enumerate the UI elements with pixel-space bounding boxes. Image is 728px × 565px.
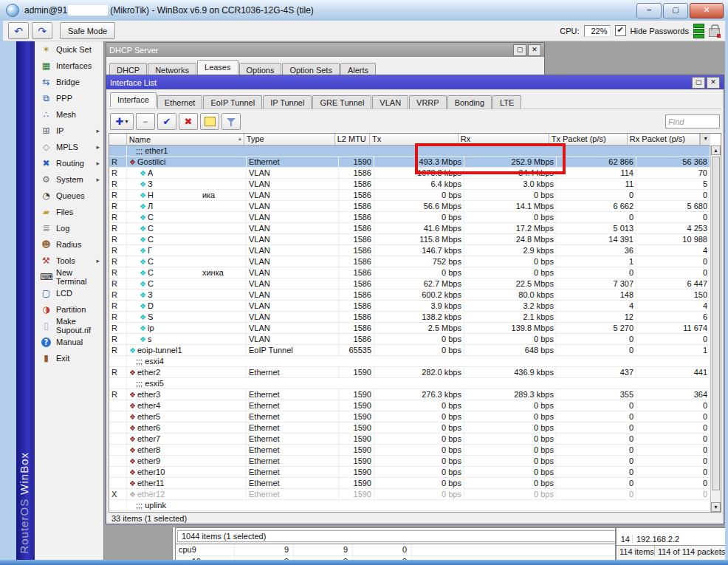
sidebar-item-ip[interactable]: ⊞IP▸: [35, 123, 103, 139]
column-selector-button[interactable]: ▼: [700, 134, 710, 145]
comment-row[interactable]: ;;; esxi4: [109, 356, 710, 367]
safe-mode-button[interactable]: Safe Mode: [60, 22, 115, 39]
table-row[interactable]: R❖GostiliciEthernet1590493.3 Mbps252.9 M…: [109, 157, 710, 168]
table-row[interactable]: R❖НикаVLAN15860 bps0 bps00: [109, 190, 710, 201]
sidebar-item-partition[interactable]: ◑Partition: [35, 301, 103, 318]
sidebar-item-mpls[interactable]: ◇MPLS▸: [35, 139, 103, 155]
tab-ip-tunnel[interactable]: IP Tunnel: [263, 95, 312, 109]
tab-ethernet[interactable]: Ethernet: [157, 95, 203, 109]
dhcp-server-window[interactable]: DHCP Server ▢ ✕ DHCPNetworksLeasesOption…: [106, 42, 545, 79]
sidebar-item-interfaces[interactable]: ▦Interfaces: [35, 58, 103, 74]
column-header-l2-mtu[interactable]: L2 MTU: [335, 134, 370, 145]
remove-button[interactable]: [136, 113, 155, 130]
tab-vrrp[interactable]: VRRP: [409, 95, 447, 109]
table-row[interactable]: ❖ether6Ethernet15900 bps0 bps00: [109, 422, 710, 434]
dhcp-tab-leases[interactable]: Leases: [197, 60, 238, 75]
column-header-tx[interactable]: Tx: [370, 134, 459, 145]
table-row[interactable]: X❖ether12Ethernet15900 bps0 bps00: [109, 489, 710, 500]
comment-row[interactable]: ;;; uplink: [109, 500, 710, 511]
table-row[interactable]: R❖СхинкаVLAN15860 bps0 bps00: [109, 267, 710, 278]
table-row[interactable]: ❖ether4Ethernet15900 bps0 bps00: [109, 400, 710, 411]
table-row[interactable]: R❖ipVLAN15862.5 Mbps139.8 Mbps5 27011 67…: [109, 323, 710, 334]
table-row[interactable]: R❖СVLAN158662.7 Mbps22.5 Mbps7 3076 447: [109, 278, 710, 290]
sidebar-item-system[interactable]: ⚙System▸: [35, 171, 103, 188]
tab-eoip-tunnel[interactable]: EoIP Tunnel: [203, 95, 262, 109]
comment-button[interactable]: [200, 113, 219, 130]
table-row[interactable]: R❖DVLAN15863.9 kbps3.2 kbps44: [109, 301, 710, 312]
scroll-up-icon[interactable]: ▲: [711, 145, 721, 155]
table-row[interactable]: R❖ЗVLAN1586600.2 kbps80.0 kbps148150: [109, 290, 710, 301]
close-button[interactable]: [690, 3, 724, 18]
scroll-down-icon[interactable]: ▼: [711, 502, 721, 512]
redo-button[interactable]: [32, 22, 52, 39]
hide-passwords-checkbox[interactable]: [615, 25, 626, 36]
sidebar-item-mesh[interactable]: ∴Mesh: [35, 106, 103, 123]
titlebar[interactable]: admin@91(MikroTik) - WinBox v6.9 on CCR1…: [0, 0, 728, 21]
tab-vlan[interactable]: VLAN: [372, 95, 408, 109]
sidebar-item-quick-set[interactable]: ✶Quick Set: [35, 41, 103, 58]
table-row[interactable]: ❖ether11Ethernet15900 bps0 bps00: [109, 478, 710, 489]
interface-list-window[interactable]: Interface List ▢ ✕ InterfaceEthernetEoIP…: [106, 75, 724, 524]
sidebar-item-queues[interactable]: ◔Queues: [35, 188, 103, 204]
disable-button[interactable]: [179, 113, 198, 130]
table-row[interactable]: R❖ГVLAN1586146.7 kbps2.9 kbps364: [109, 245, 710, 256]
sidebar-item-exit[interactable]: ▮Exit: [35, 350, 103, 366]
table-row[interactable]: R❖SVLAN1586138.2 kbps2.1 kbps126: [109, 312, 710, 323]
sidebar-item-radius[interactable]: ☻Radius: [35, 236, 103, 253]
table-row[interactable]: R❖eoip-tunnel1EoIP Tunnel655350 bps648 b…: [109, 345, 710, 356]
table-row[interactable]: R❖СVLAN1586115.8 Mbps24.8 Mbps14 39110 9…: [109, 234, 710, 245]
table-row[interactable]: ❖ether8Ethernet15900 bps0 bps00: [109, 445, 710, 456]
scrollbar-track[interactable]: [711, 155, 721, 502]
minimize-button[interactable]: [636, 3, 662, 18]
table-row[interactable]: R❖sVLAN15860 bps0 bps00: [109, 334, 710, 345]
dhcp-maximize-button[interactable]: ▢: [513, 44, 526, 56]
dhcp-window-titlebar[interactable]: DHCP Server ▢ ✕: [106, 43, 544, 57]
tab-gre-tunnel[interactable]: GRE Tunnel: [312, 95, 371, 109]
scrollbar-thumb[interactable]: [712, 157, 720, 490]
sidebar-item-tools[interactable]: ⚒Tools▸: [35, 253, 103, 269]
table-row[interactable]: R❖СVLAN15860 bps0 bps00: [109, 212, 710, 223]
maximize-button[interactable]: [663, 3, 688, 18]
column-header-name[interactable]: Name▴: [127, 134, 244, 145]
column-header-rx-packet-p-s[interactable]: Rx Packet (p/s): [628, 134, 700, 145]
dhcp-close-button[interactable]: ✕: [528, 44, 541, 56]
sidebar-item-bridge[interactable]: ⇆Bridge: [35, 74, 103, 90]
sidebar-item-lcd[interactable]: ▢LCD: [35, 285, 103, 301]
sidebar-item-new-terminal[interactable]: ⌨New Terminal: [35, 269, 103, 285]
sidebar-item-routing[interactable]: ✖Routing▸: [35, 155, 103, 171]
interface-close-button[interactable]: ✕: [707, 77, 720, 89]
sidebar-item-files[interactable]: ▰Files: [35, 204, 103, 220]
column-header-rx[interactable]: Rx: [459, 134, 549, 145]
interface-maximize-button[interactable]: ▢: [692, 77, 705, 89]
comment-row[interactable]: ;;; ether1: [109, 145, 710, 157]
undo-button[interactable]: [8, 22, 29, 39]
tab-lte[interactable]: LTE: [492, 95, 521, 109]
table-row[interactable]: R❖АVLAN15861078.8 kbps34.4 kbps11470: [109, 168, 710, 179]
find-input[interactable]: [665, 114, 720, 129]
sidebar-item-ppp[interactable]: ⧉PPP: [35, 90, 103, 106]
sidebar-item-log[interactable]: ≣Log: [35, 220, 103, 236]
table-row[interactable]: R❖СVLAN158641.6 Mbps17.2 Mbps5 0134 253: [109, 223, 710, 234]
table-row[interactable]: ❖ether9Ethernet15900 bps0 bps00: [109, 456, 710, 467]
table-row[interactable]: R❖ЛVLAN158656.6 Mbps14.1 Mbps6 6625 680: [109, 201, 710, 212]
table-row[interactable]: ❖ether7Ethernet15900 bps0 bps00: [109, 434, 710, 445]
sidebar-item-manual[interactable]: ?Manual: [35, 334, 103, 350]
comment-row[interactable]: ;;; esxi5: [109, 378, 710, 389]
vertical-scrollbar[interactable]: ▲ ▼: [710, 145, 721, 512]
interface-window-titlebar[interactable]: Interface List ▢ ✕: [106, 75, 724, 89]
tab-bonding[interactable]: Bonding: [447, 95, 492, 109]
column-header-tx-packet-p-s[interactable]: Tx Packet (p/s): [549, 134, 628, 145]
table-row[interactable]: R❖ether3Ethernet1590276.3 kbps289.3 kbps…: [109, 389, 710, 400]
filter-button[interactable]: [222, 113, 241, 130]
column-header-type[interactable]: Type: [244, 134, 335, 145]
tab-interface[interactable]: Interface: [110, 92, 157, 107]
table-row[interactable]: R❖ЗVLAN15866.4 kbps3.0 kbps115: [109, 179, 710, 190]
table-row[interactable]: ❖ether5Ethernet15900 bps0 bps00: [109, 411, 710, 422]
table-row[interactable]: ❖ether10Ethernet15900 bps0 bps00: [109, 467, 710, 478]
enable-button[interactable]: [157, 113, 176, 130]
sidebar-item-make-supout-rif[interactable]: ▯Make Supout.rif: [35, 318, 103, 334]
add-button[interactable]: [110, 113, 134, 130]
table-row[interactable]: R❖СVLAN1586752 bps0 bps10: [109, 256, 710, 267]
column-header-flags[interactable]: [109, 134, 127, 145]
table-row[interactable]: R❖ether2Ethernet1590282.0 kbps436.9 kbps…: [109, 367, 710, 378]
